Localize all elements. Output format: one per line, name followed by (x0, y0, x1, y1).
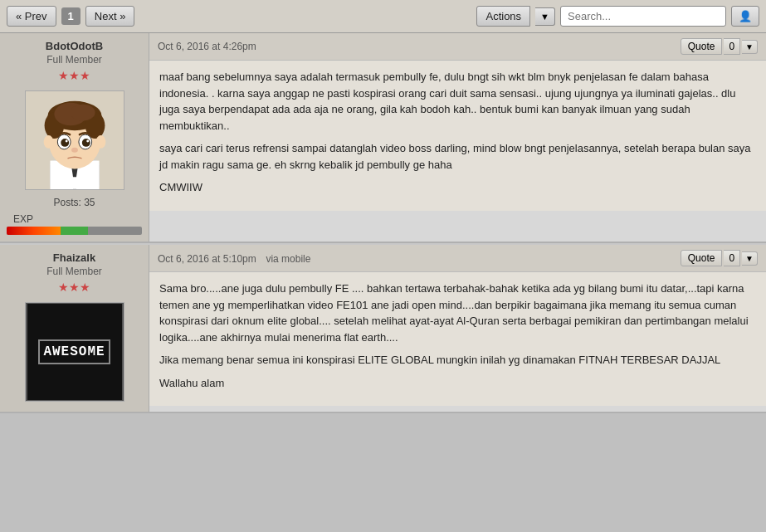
svg-point-11 (71, 105, 95, 121)
awesome-avatar: AWESOME (26, 302, 124, 402)
post-timestamp-1: Oct 6, 2016 at 4:26pm (158, 41, 256, 52)
post-body-2: Sama bro.....ane juga dulu pembully FE .… (149, 272, 766, 406)
posts-container: BdotOdotB Full Member ★★★ (0, 33, 766, 413)
user-sidebar-1: BdotOdotB Full Member ★★★ (0, 33, 149, 242)
prev-label: « Prev (16, 10, 47, 22)
svg-point-20 (71, 148, 78, 153)
avatar-svg-1 (26, 90, 124, 190)
post-timestamp-2: Oct 6, 2016 at 5:10pm (158, 253, 256, 265)
user-icon-button[interactable]: 👤 (731, 6, 759, 27)
posts-count-1: Posts: 35 (53, 197, 95, 208)
svg-point-12 (43, 135, 53, 149)
svg-point-16 (61, 139, 69, 147)
post-header-1: Oct 6, 2016 at 4:26pm Quote 0 ▼ (149, 33, 766, 61)
top-nav-bar: « Prev 1 Next » Actions ▼ 👤 (0, 0, 766, 33)
vote-count-1: 0 (724, 38, 740, 55)
svg-point-18 (65, 140, 67, 143)
avatar-1 (25, 90, 124, 190)
post-paragraph-2-2: Wallahu alam (159, 375, 756, 392)
user-icon: 👤 (739, 10, 752, 22)
username-1: BdotOdotB (46, 40, 103, 52)
svg-point-17 (81, 139, 90, 147)
vote-button-2[interactable]: ▼ (742, 251, 758, 266)
vote-count-2: 0 (724, 250, 740, 266)
actions-dropdown-button[interactable]: ▼ (535, 7, 555, 26)
user-stars-2: ★★★ (58, 281, 90, 294)
exp-bar-1 (7, 227, 142, 235)
svg-point-19 (86, 140, 89, 143)
vote-button-1[interactable]: ▼ (742, 40, 758, 54)
user-sidebar-2: Fhaizalk Full Member ★★★ AWESOME (0, 245, 149, 412)
post-content-1: Oct 6, 2016 at 4:26pm Quote 0 ▼ maaf ban… (149, 33, 766, 242)
awesome-text: AWESOME (38, 339, 110, 364)
post-row: BdotOdotB Full Member ★★★ (0, 33, 766, 243)
exp-bar-green (61, 227, 88, 235)
post-paragraph-1-0: maaf bang sebelumnya saya adalah termasu… (159, 69, 756, 134)
post-paragraph-2-1: Jika memang benar semua ini konspirasi E… (159, 352, 756, 368)
post-actions-2: Quote 0 ▼ (681, 250, 758, 266)
post-paragraph-2-0: Sama bro.....ane juga dulu pembully FE .… (159, 281, 756, 345)
exp-bar-red (7, 227, 61, 235)
user-rank-1: Full Member (46, 54, 102, 66)
post-paragraph-1-2: CMWIIW (159, 179, 756, 196)
avatar-2: AWESOME (25, 302, 124, 402)
search-input[interactable] (560, 6, 726, 27)
svg-point-13 (95, 135, 105, 149)
username-2: Fhaizalk (53, 251, 95, 264)
post-body-1: maaf bang sebelumnya saya adalah termasu… (149, 61, 766, 211)
next-button[interactable]: Next » (85, 6, 135, 27)
user-stars-1: ★★★ (58, 69, 90, 82)
next-label: Next » (95, 10, 126, 22)
post-via-2: via mobile (266, 253, 310, 265)
page-number: 1 (61, 7, 81, 25)
prev-button[interactable]: « Prev (7, 6, 56, 27)
post-header-2: Oct 6, 2016 at 5:10pm via mobile Quote 0… (149, 245, 766, 272)
post-actions-1: Quote 0 ▼ (681, 38, 758, 55)
post-meta-2: Oct 6, 2016 at 5:10pm via mobile (158, 252, 310, 265)
quote-button-1[interactable]: Quote (681, 38, 723, 55)
quote-button-2[interactable]: Quote (681, 250, 723, 266)
post-row: Fhaizalk Full Member ★★★ AWESOME Oct 6, … (0, 245, 766, 413)
post-content-2: Oct 6, 2016 at 5:10pm via mobile Quote 0… (149, 245, 766, 412)
user-rank-2: Full Member (46, 266, 102, 277)
post-paragraph-1-1: saya cari cari terus refrensi sampai dat… (159, 140, 756, 173)
exp-label-1: EXP (13, 213, 33, 225)
actions-button[interactable]: Actions (476, 6, 530, 27)
